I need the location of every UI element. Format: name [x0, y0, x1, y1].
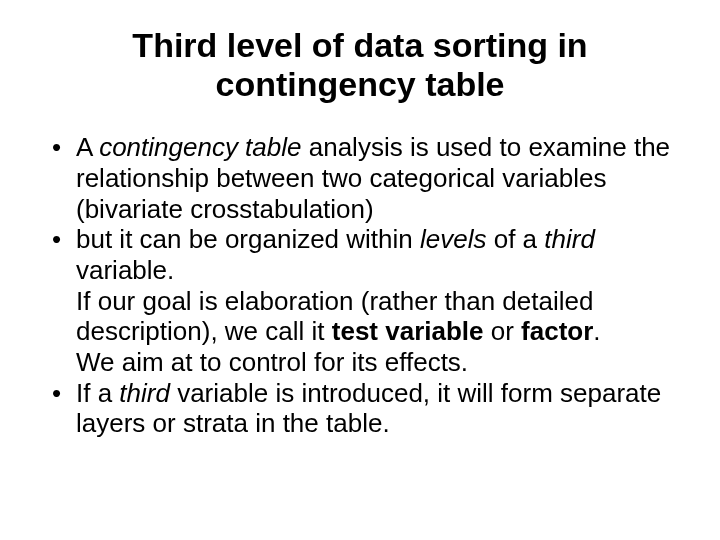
bullet-item: If a third variable is introduced, it wi…: [48, 378, 672, 439]
text: of a: [486, 224, 544, 254]
text: We aim at to control for its effects.: [76, 347, 468, 377]
text: If a: [76, 378, 119, 408]
bullet-item: but it can be organized within levels of…: [48, 224, 672, 377]
text: A: [76, 132, 99, 162]
italic-text: third: [119, 378, 170, 408]
bullet-item: A contingency table analysis is used to …: [48, 132, 672, 224]
italic-text: levels: [420, 224, 486, 254]
italic-text: third: [544, 224, 595, 254]
bold-text: factor: [521, 316, 593, 346]
bold-text: test variable: [332, 316, 484, 346]
text: but it can be organized within: [76, 224, 420, 254]
slide: Third level of data sorting in contingen…: [0, 0, 720, 540]
text: or: [484, 316, 522, 346]
italic-text: contingency table: [99, 132, 301, 162]
text: .: [593, 316, 600, 346]
bullet-list: A contingency table analysis is used to …: [48, 132, 672, 439]
slide-title: Third level of data sorting in contingen…: [48, 26, 672, 104]
text: variable.: [76, 255, 174, 285]
